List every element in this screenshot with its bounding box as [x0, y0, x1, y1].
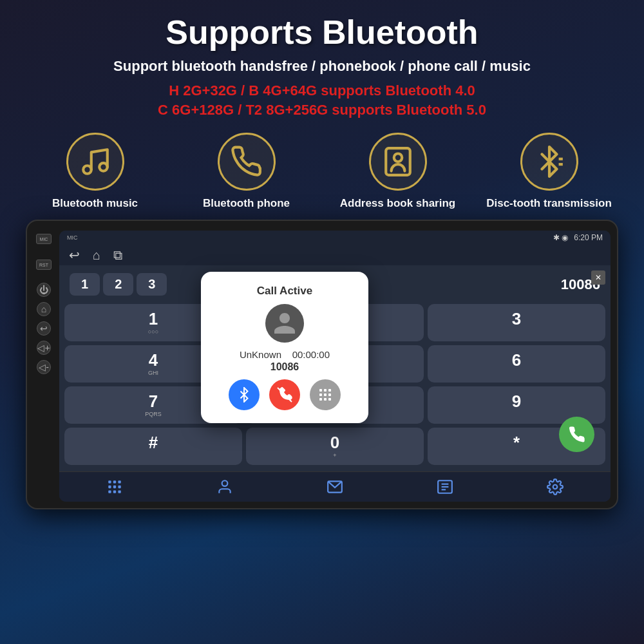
svg-rect-20: [113, 486, 115, 488]
vol-up-btn[interactable]: ◁+: [37, 341, 51, 355]
key-0[interactable]: 0 +: [246, 428, 424, 465]
disc-icon-circle: [520, 133, 578, 191]
music-icon-circle: [66, 133, 124, 191]
bottom-bar: [59, 471, 611, 502]
key-3-num: 3: [431, 310, 602, 327]
nav-bar: ↩ ⌂ ⧉: [59, 245, 611, 265]
power-btn[interactable]: ⏻: [37, 283, 51, 297]
key-3[interactable]: 3: [428, 304, 605, 341]
home-side-btn[interactable]: ⌂: [37, 302, 51, 316]
address-icon-circle: [369, 133, 427, 191]
features-row: Bluetooth music Bluetooth phone Address …: [19, 133, 625, 210]
side-controls: MIC RST ⏻ ⌂ ↩ ◁+ ◁-: [33, 231, 54, 502]
bottom-settings-btn[interactable]: [547, 478, 564, 495]
spec-line-1: H 2G+32G / B 4G+64G supports Bluetooth 4…: [169, 82, 475, 99]
feature-disc: Disc-tooth transmission: [473, 133, 625, 210]
call-popup: Call Active UnKnown 00:00:00 10086: [201, 272, 368, 423]
feature-music: Bluetooth music: [19, 133, 171, 210]
call-avatar: [265, 304, 304, 343]
recent-bottom-icon: [437, 478, 453, 495]
bottom-messages-btn[interactable]: [327, 478, 343, 495]
vol-dn-btn[interactable]: ◁-: [37, 360, 51, 374]
svg-rect-24: [118, 490, 120, 493]
page-container: Supports Bluetooth Support bluetooth han…: [0, 0, 644, 644]
address-icon: [382, 146, 414, 178]
key-6-num: 6: [431, 352, 602, 368]
bottom-contacts-btn[interactable]: [216, 478, 233, 495]
car-head-unit: MIC RST ⏻ ⌂ ↩ ◁+ ◁- MIC ✱ ◉ 6:20 PM: [26, 220, 618, 509]
key-6[interactable]: 6: [428, 345, 605, 383]
screen-content: 1 2 3 10086 1 ○○○ 2: [59, 265, 611, 471]
close-button[interactable]: ✕: [591, 270, 605, 285]
svg-rect-23: [113, 490, 115, 493]
svg-rect-22: [108, 490, 111, 493]
feature-music-label: Bluetooth music: [52, 197, 138, 210]
call-actions: [229, 379, 341, 410]
home-nav-icon[interactable]: ⌂: [93, 248, 100, 263]
location-status: ◉: [562, 233, 568, 242]
status-left: MIC: [67, 234, 78, 241]
back-side-btn[interactable]: ↩: [37, 321, 51, 336]
svg-point-0: [83, 166, 91, 174]
call-popup-title: Call Active: [257, 285, 312, 298]
tab-3[interactable]: 3: [137, 273, 167, 296]
green-call-button[interactable]: [559, 417, 594, 452]
end-call-btn[interactable]: [269, 379, 300, 410]
key-hash[interactable]: #: [64, 428, 242, 465]
key-9-num: 9: [431, 393, 602, 410]
svg-rect-16: [108, 480, 111, 483]
feature-phone-label: Bluetooth phone: [203, 197, 290, 210]
svg-rect-8: [324, 389, 327, 392]
contacts-bottom-icon: [216, 478, 233, 495]
bottom-recent-btn[interactable]: [437, 478, 453, 495]
key-0-num: 0: [249, 434, 421, 451]
key-hash-num: #: [68, 434, 239, 451]
svg-rect-14: [324, 398, 327, 401]
bluetooth-icon: [533, 146, 565, 178]
phone-icon-circle: [218, 133, 276, 191]
mic-status: MIC: [67, 234, 78, 241]
dialpad-bottom-icon: [106, 478, 123, 495]
status-right: ✱ ◉ 6:20 PM: [553, 233, 603, 242]
bluetooth-btn-icon: [236, 387, 252, 402]
tab-1[interactable]: 1: [70, 273, 100, 296]
mic-label: MIC: [36, 234, 52, 244]
music-icon: [79, 146, 111, 178]
svg-rect-21: [118, 486, 120, 488]
rst-btn[interactable]: RST: [36, 260, 52, 270]
call-contact-name: UnKnown 00:00:00: [240, 349, 330, 360]
dialpad-tabs: 1 2 3: [70, 273, 167, 296]
car-screen: MIC ✱ ◉ 6:20 PM ↩ ⌂ ⧉: [59, 231, 611, 502]
svg-rect-15: [328, 398, 331, 401]
feature-address: Address book sharing: [322, 133, 473, 210]
end-call-icon: [277, 387, 292, 402]
back-nav-icon[interactable]: ↩: [69, 247, 80, 263]
layers-nav-icon[interactable]: ⧉: [113, 248, 122, 263]
keypad-btn[interactable]: [310, 379, 341, 410]
avatar-icon: [272, 310, 298, 336]
feature-disc-label: Disc-tooth transmission: [486, 197, 612, 210]
bluetooth-status: ✱: [553, 233, 560, 242]
svg-rect-19: [108, 486, 111, 488]
settings-bottom-icon: [547, 478, 564, 495]
svg-rect-18: [118, 480, 120, 483]
subtitle: Support bluetooth handsfree / phonebook …: [113, 58, 531, 75]
svg-point-3: [393, 154, 402, 162]
svg-rect-9: [328, 389, 331, 392]
bottom-dialpad-btn[interactable]: [106, 478, 123, 495]
feature-address-label: Address book sharing: [340, 197, 455, 210]
svg-rect-17: [113, 480, 115, 483]
svg-point-31: [553, 485, 558, 489]
bluetooth-call-btn[interactable]: [229, 379, 260, 410]
feature-phone: Bluetooth phone: [171, 133, 322, 210]
time-display: 6:20 PM: [574, 233, 603, 242]
svg-point-1: [99, 163, 108, 171]
key-0-letters: +: [249, 452, 421, 459]
svg-rect-10: [319, 393, 322, 396]
tab-2[interactable]: 2: [103, 273, 133, 296]
phone-icon: [231, 146, 263, 178]
svg-rect-12: [328, 393, 331, 396]
spec-line-2: C 6G+128G / T2 8G+256G supports Bluetoot…: [158, 102, 486, 118]
svg-rect-11: [324, 393, 327, 396]
call-number: 10086: [270, 361, 299, 373]
